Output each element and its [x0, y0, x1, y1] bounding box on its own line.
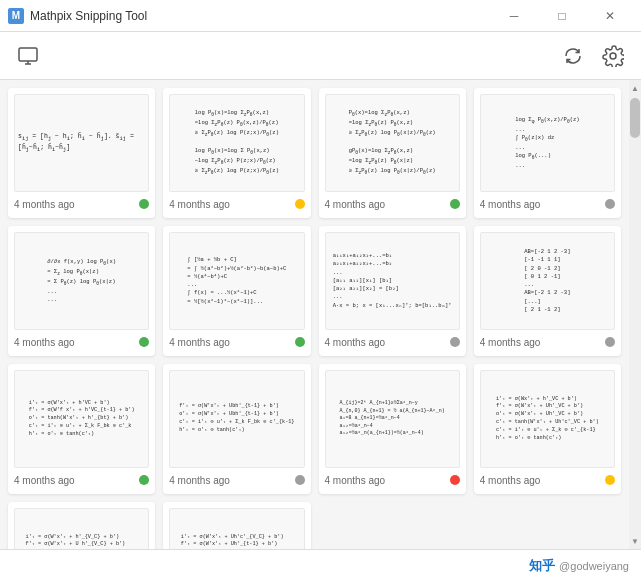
- card-timestamp: 4 months ago: [325, 199, 386, 210]
- card-image: a₁₁x₁+a₁₂x₂+...=b₁ a₂₁x₁+a₂₂x₂+...=b₂ ..…: [325, 232, 460, 330]
- status-dot: [605, 475, 615, 485]
- status-dot: [295, 475, 305, 485]
- status-dot: [450, 337, 460, 347]
- card-image: i'ₜ = σ(W'x'ₜ + h'_{V_C} + b') f'ₜ = σ(W…: [14, 508, 149, 549]
- list-item[interactable]: i'ₜ = σ(W'x'ₜ + h'_{V_C} + b') f'ₜ = σ(W…: [8, 502, 155, 549]
- settings-icon[interactable]: [597, 40, 629, 72]
- watermark-logo: 知乎: [529, 557, 555, 575]
- scrollbar[interactable]: ▲ ▼: [629, 80, 641, 549]
- card-footer: 4 months ago: [325, 472, 460, 488]
- svg-rect-0: [19, 48, 37, 61]
- card-image: ∫ [½a + ½b + C] = ∫ ½(a²−b²)+½(a²-b²)−b(…: [169, 232, 304, 330]
- status-dot: [139, 475, 149, 485]
- card-footer: 4 months ago: [325, 334, 460, 350]
- status-dot: [450, 199, 460, 209]
- app-icon: M: [8, 8, 24, 24]
- card-footer: 4 months ago: [480, 472, 615, 488]
- card-footer: 4 months ago: [169, 196, 304, 212]
- card-footer: 4 months ago: [169, 472, 304, 488]
- status-dot: [295, 199, 305, 209]
- main-content: sij = [hj − hi; h̃i − h̃j]. s̃ij = [h̃j−…: [0, 80, 641, 549]
- list-item[interactable]: i'ₜ = σ(Wx'ₜ + h'_VC + b') f'ₜ = σ(W'x'ₜ…: [474, 364, 621, 494]
- card-image: f'ₜ = σ(W'x'ₜ + Ubh'_{t-1} + b') o'ₜ = σ…: [169, 370, 304, 468]
- card-image: A_{ij}=2ᵏ A_{n+1}≥½Σa²_n−y A_{n,0} A_{n+…: [325, 370, 460, 468]
- card-footer: 4 months ago: [14, 196, 149, 212]
- card-timestamp: 4 months ago: [480, 337, 541, 348]
- list-item[interactable]: f'ₜ = σ(W'x'ₜ + Ubh'_{t-1} + b') o'ₜ = σ…: [163, 364, 310, 494]
- list-item[interactable]: ∂/∂x f(x,y) log Pθ(x) = Σz log Pθ(x|z) =…: [8, 226, 155, 356]
- card-image: i'ₜ = σ(Wx'ₜ + h'_VC + b') f'ₜ = σ(W'x'ₜ…: [480, 370, 615, 468]
- card-image: log Σφ Pθ(x,z)/Pθ(z) ... ∫ Pθ(z|x) dz ..…: [480, 94, 615, 192]
- card-image: AB=[-2 1 2 -3] [-1 -1 1 1] [ 2 0 -1 2] […: [480, 232, 615, 330]
- maximize-button[interactable]: □: [539, 0, 585, 32]
- card-grid: sij = [hj − hi; h̃i − h̃j]. s̃ij = [h̃j−…: [8, 88, 621, 549]
- list-item[interactable]: i'ₜ = σ(W'x'ₜ + h'VC + b') f'ₜ = σ(W'f x…: [8, 364, 155, 494]
- card-timestamp: 4 months ago: [480, 199, 541, 210]
- scrollbar-thumb[interactable]: [630, 98, 640, 138]
- toolbar-left: [12, 40, 44, 72]
- refresh-icon[interactable]: [557, 40, 589, 72]
- card-image: ∂/∂x f(x,y) log Pθ(x) = Σz log Pθ(x|z) =…: [14, 232, 149, 330]
- card-timestamp: 4 months ago: [325, 475, 386, 486]
- card-timestamp: 4 months ago: [480, 475, 541, 486]
- svg-point-3: [610, 53, 616, 59]
- card-timestamp: 4 months ago: [14, 199, 75, 210]
- scroll-area[interactable]: sij = [hj − hi; h̃i − h̃j]. s̃ij = [h̃j−…: [0, 80, 629, 549]
- status-dot: [605, 199, 615, 209]
- status-dot: [450, 475, 460, 485]
- toolbar-right: [557, 40, 629, 72]
- card-timestamp: 4 months ago: [325, 337, 386, 348]
- card-timestamp: 4 months ago: [169, 337, 230, 348]
- card-timestamp: 4 months ago: [14, 475, 75, 486]
- card-timestamp: 4 months ago: [169, 199, 230, 210]
- list-item[interactable]: a₁₁x₁+a₁₂x₂+...=b₁ a₂₁x₁+a₂₂x₂+...=b₂ ..…: [319, 226, 466, 356]
- card-footer: 4 months ago: [169, 334, 304, 350]
- list-item[interactable]: Pθ(x)=log ΣzPθ(x,z) =log ΣzPθ(z) Pθ(x,z)…: [319, 88, 466, 218]
- scrollbar-up-button[interactable]: ▲: [629, 80, 641, 96]
- list-item[interactable]: A_{ij}=2ᵏ A_{n+1}≥½Σa²_n−y A_{n,0} A_{n+…: [319, 364, 466, 494]
- monitor-icon[interactable]: [12, 40, 44, 72]
- toolbar: [0, 32, 641, 80]
- status-dot: [295, 337, 305, 347]
- card-image: log Pθ(x)=log ΣzPθ(x,z) =log ΣzPθ(z) Pθ(…: [169, 94, 304, 192]
- scrollbar-down-button[interactable]: ▼: [629, 533, 641, 549]
- title-bar: M Mathpix Snipping Tool ─ □ ✕: [0, 0, 641, 32]
- window-controls: ─ □ ✕: [491, 0, 633, 32]
- close-button[interactable]: ✕: [587, 0, 633, 32]
- card-image: i'ₜ = σ(W'x'ₜ + Uh'c'_{V_C} + b') f'ₜ = …: [169, 508, 304, 549]
- list-item[interactable]: log Pθ(x)=log ΣzPθ(x,z) =log ΣzPθ(z) Pθ(…: [163, 88, 310, 218]
- card-image: sij = [hj − hi; h̃i − h̃j]. s̃ij = [h̃j−…: [14, 94, 149, 192]
- card-footer: 4 months ago: [14, 472, 149, 488]
- list-item[interactable]: i'ₜ = σ(W'x'ₜ + Uh'c'_{V_C} + b') f'ₜ = …: [163, 502, 310, 549]
- card-timestamp: 4 months ago: [169, 475, 230, 486]
- card-footer: 4 months ago: [325, 196, 460, 212]
- watermark-user: @godweiyang: [559, 560, 629, 572]
- card-image: Pθ(x)=log ΣzPθ(x,z) =log ΣzPθ(z) Pθ(x,z)…: [325, 94, 460, 192]
- list-item[interactable]: sij = [hj − hi; h̃i − h̃j]. s̃ij = [h̃j−…: [8, 88, 155, 218]
- scrollbar-track[interactable]: [629, 96, 641, 533]
- bottom-bar: 知乎 @godweiyang: [0, 549, 641, 581]
- status-dot: [605, 337, 615, 347]
- status-dot: [139, 199, 149, 209]
- list-item[interactable]: AB=[-2 1 2 -3] [-1 -1 1 1] [ 2 0 -1 2] […: [474, 226, 621, 356]
- status-dot: [139, 337, 149, 347]
- list-item[interactable]: ∫ [½a + ½b + C] = ∫ ½(a²−b²)+½(a²-b²)−b(…: [163, 226, 310, 356]
- card-timestamp: 4 months ago: [14, 337, 75, 348]
- minimize-button[interactable]: ─: [491, 0, 537, 32]
- card-footer: 4 months ago: [14, 334, 149, 350]
- list-item[interactable]: log Σφ Pθ(x,z)/Pθ(z) ... ∫ Pθ(z|x) dz ..…: [474, 88, 621, 218]
- window-title: Mathpix Snipping Tool: [30, 9, 491, 23]
- card-footer: 4 months ago: [480, 334, 615, 350]
- card-image: i'ₜ = σ(W'x'ₜ + h'VC + b') f'ₜ = σ(W'f x…: [14, 370, 149, 468]
- card-footer: 4 months ago: [480, 196, 615, 212]
